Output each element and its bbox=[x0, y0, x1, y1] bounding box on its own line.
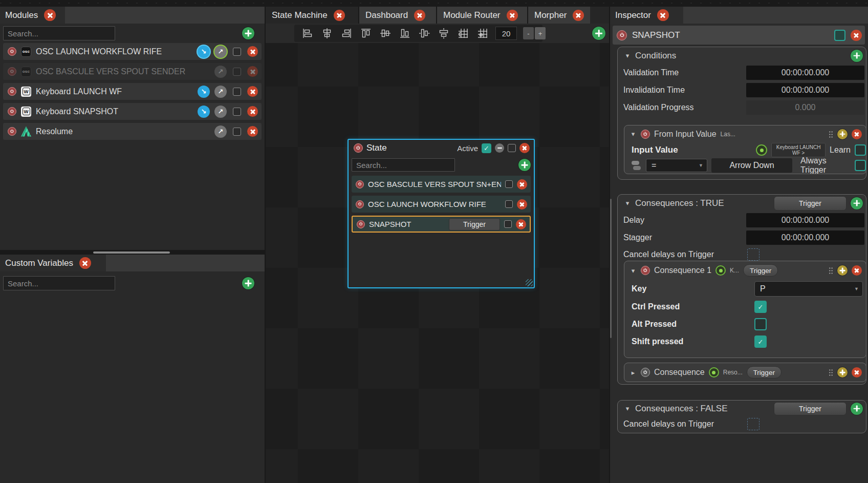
tab-module-router[interactable]: Module Router bbox=[437, 7, 527, 24]
power-icon[interactable] bbox=[357, 220, 365, 228]
module-row[interactable]: WKeyboard LAUNCH WF↘↗ bbox=[3, 83, 262, 100]
delay-field[interactable]: 00:00:00.000 bbox=[746, 213, 864, 227]
input-source-button[interactable]: Keyboard LAUNCH WF > bbox=[771, 143, 826, 157]
add-variable-group-button[interactable] bbox=[242, 277, 254, 289]
close-icon[interactable] bbox=[44, 9, 56, 21]
remove-item-button[interactable] bbox=[517, 179, 527, 190]
drag-handle-icon[interactable] bbox=[829, 369, 833, 376]
align-center-vertical-icon[interactable] bbox=[379, 27, 392, 40]
chevron-down-icon[interactable]: ▾ bbox=[624, 199, 631, 207]
add-consequence-button[interactable] bbox=[851, 403, 863, 415]
module-checkbox[interactable] bbox=[233, 88, 241, 96]
module-checkbox[interactable] bbox=[233, 48, 241, 56]
alt-pressed-checkbox[interactable] bbox=[754, 318, 767, 330]
enabled-checkbox[interactable] bbox=[834, 30, 845, 41]
power-icon[interactable] bbox=[8, 67, 16, 76]
search-input[interactable] bbox=[352, 158, 455, 172]
learn-checkbox[interactable] bbox=[855, 144, 866, 156]
distribute-vertical-icon[interactable] bbox=[437, 27, 450, 40]
close-icon[interactable] bbox=[573, 10, 584, 21]
chevron-down-icon[interactable]: ▾ bbox=[630, 267, 637, 275]
comparator-toggle-icon[interactable] bbox=[632, 160, 642, 171]
remove-module-button[interactable] bbox=[247, 66, 258, 77]
close-icon[interactable] bbox=[507, 10, 518, 21]
align-top-icon[interactable] bbox=[359, 27, 373, 40]
close-icon[interactable] bbox=[657, 9, 669, 21]
module-row[interactable]: oscOSC LAUNCH WORKFLOW RIFE↘↗ bbox=[3, 43, 262, 60]
conditions-header[interactable]: ▾ Conditions bbox=[618, 47, 866, 64]
search-input[interactable] bbox=[3, 26, 115, 40]
item-checkbox[interactable] bbox=[505, 200, 513, 208]
search-input[interactable] bbox=[3, 276, 115, 290]
close-icon[interactable] bbox=[334, 10, 345, 21]
module-row[interactable]: Resolume↗ bbox=[3, 123, 262, 140]
show-grid-icon[interactable] bbox=[476, 27, 489, 40]
trigger-button[interactable]: Trigger bbox=[743, 264, 778, 277]
consequences-false-header[interactable]: ▾ Consequences : FALSE Trigger bbox=[618, 401, 866, 416]
power-icon[interactable] bbox=[641, 130, 650, 139]
state-item-row[interactable]: OSC LAUNCH WORKFLOW RIFE bbox=[352, 196, 531, 213]
tab-dashboard[interactable]: Dashboard bbox=[359, 7, 436, 24]
add-processor-button[interactable] bbox=[518, 159, 531, 171]
trigger-all-button[interactable]: Trigger bbox=[774, 196, 847, 211]
target-select-icon[interactable] bbox=[709, 367, 719, 377]
grid-size-increment-button[interactable]: + bbox=[535, 27, 546, 39]
remove-module-button[interactable] bbox=[247, 46, 258, 57]
inspector-scrollbar[interactable] bbox=[610, 199, 612, 338]
target-select-icon[interactable] bbox=[715, 265, 726, 276]
chevron-down-icon[interactable]: ▾ bbox=[630, 130, 637, 138]
snap-to-grid-icon[interactable] bbox=[457, 27, 470, 40]
chevron-down-icon[interactable]: ▾ bbox=[624, 405, 631, 412]
remove-state-button[interactable] bbox=[519, 143, 530, 153]
from-input-value-header[interactable]: ▾ From Input Value Las... bbox=[624, 125, 866, 142]
tab-inspector[interactable]: Inspector bbox=[610, 7, 683, 24]
distribute-horizontal-icon[interactable] bbox=[418, 27, 431, 40]
tab-modules[interactable]: Modules bbox=[0, 7, 65, 24]
power-icon[interactable] bbox=[8, 127, 16, 136]
align-right-icon[interactable] bbox=[340, 27, 353, 40]
align-bottom-icon[interactable] bbox=[398, 27, 411, 40]
panel-resize-handle[interactable] bbox=[93, 251, 170, 254]
power-icon[interactable] bbox=[8, 87, 16, 96]
power-icon[interactable] bbox=[641, 368, 650, 377]
tab-state-machine[interactable]: State Machine bbox=[266, 7, 358, 24]
duplicate-consequence-button[interactable] bbox=[837, 367, 848, 377]
remove-consequence-button[interactable] bbox=[852, 265, 862, 276]
grid-size-decrement-button[interactable]: - bbox=[523, 27, 534, 39]
state-mini-checkbox[interactable] bbox=[508, 144, 516, 152]
reference-value-button[interactable]: Arrow Down bbox=[711, 158, 792, 173]
remove-module-button[interactable] bbox=[247, 126, 258, 137]
remove-item-button[interactable] bbox=[516, 219, 526, 229]
tab-morpher[interactable]: Morpher bbox=[528, 7, 590, 24]
trigger-button[interactable]: Trigger bbox=[449, 218, 500, 230]
remove-item-button[interactable] bbox=[851, 30, 862, 41]
consequence-1-header[interactable]: ▾ Consequence 1 K... Trigger bbox=[624, 261, 866, 280]
tab-custom-variables[interactable]: Custom Variables bbox=[0, 255, 106, 271]
item-checkbox[interactable] bbox=[504, 220, 512, 228]
invalidation-time-field[interactable]: 00:00:00.000 bbox=[746, 83, 864, 97]
collapse-circle-icon[interactable] bbox=[495, 143, 504, 153]
add-state-button[interactable] bbox=[592, 27, 605, 40]
duplicate-condition-button[interactable] bbox=[837, 129, 848, 139]
power-icon[interactable] bbox=[617, 30, 627, 40]
power-icon[interactable] bbox=[356, 200, 364, 208]
power-icon[interactable] bbox=[641, 266, 650, 275]
shift-pressed-checkbox[interactable]: ✓ bbox=[754, 335, 767, 348]
duplicate-consequence-button[interactable] bbox=[837, 265, 848, 276]
module-checkbox[interactable] bbox=[233, 128, 241, 136]
close-icon[interactable] bbox=[79, 257, 91, 269]
state-node-header[interactable]: State Active ✓ bbox=[349, 140, 534, 156]
consequences-true-header[interactable]: ▾ Consequences : TRUE Trigger bbox=[618, 195, 866, 212]
always-trigger-checkbox[interactable] bbox=[855, 160, 866, 171]
align-center-horizontal-icon[interactable] bbox=[320, 27, 334, 40]
active-checkbox[interactable]: ✓ bbox=[482, 143, 491, 153]
remove-item-button[interactable] bbox=[517, 199, 527, 209]
remove-condition-button[interactable] bbox=[852, 129, 862, 139]
resize-handle[interactable] bbox=[526, 279, 533, 286]
cancel-delays-checkbox[interactable] bbox=[747, 248, 760, 261]
power-icon[interactable] bbox=[354, 143, 363, 153]
add-module-button[interactable] bbox=[242, 27, 254, 39]
state-item-row[interactable]: SNAPSHOTTrigger bbox=[352, 216, 531, 233]
power-icon[interactable] bbox=[8, 47, 16, 56]
cancel-delays-checkbox[interactable] bbox=[747, 418, 760, 430]
